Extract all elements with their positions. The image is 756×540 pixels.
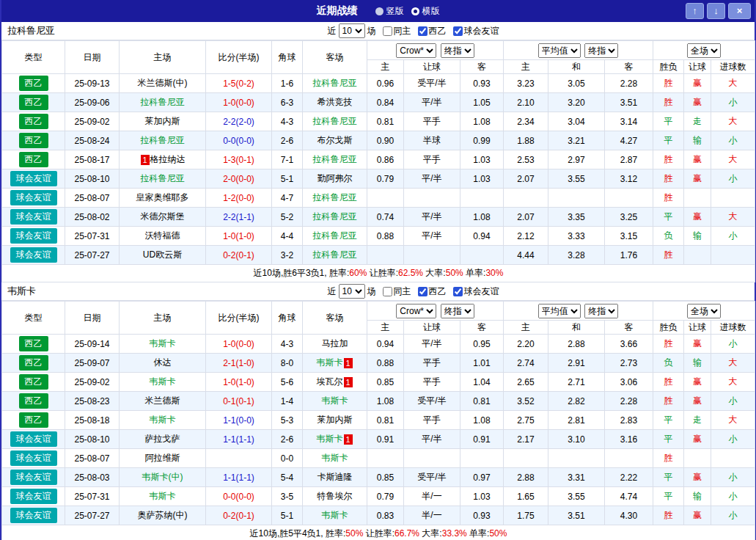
result-wdl: 胜 — [653, 335, 684, 354]
score-cell: 1-1(1-1) — [206, 468, 272, 487]
score-cell: 2-2(1-1) — [206, 208, 272, 227]
avg-away-odds: 3.06 — [605, 373, 653, 392]
match-date: 25-07-31 — [65, 227, 120, 246]
odds-provider-select[interactable]: Crow* — [396, 304, 436, 318]
handicap-away-odds: 1.08 — [460, 208, 504, 227]
full-half-score: 1-5(0-2) — [223, 79, 254, 89]
avg-away-odds: 2.83 — [605, 411, 653, 430]
avg-draw-odds: 3.10 — [548, 430, 605, 449]
handicap-home-odds: 1.08 — [367, 392, 404, 411]
sub-goals-header: 进球数 — [711, 60, 755, 74]
results-table: 类型 日期 主场 比分(半场) 角球 客场 Crow* 终指 平均值 终指 — [1, 40, 755, 282]
avg-away-odds — [605, 189, 653, 208]
home-team-name: 阿拉维斯 — [145, 453, 180, 463]
team-section: 拉科鲁尼亚 近 10 场 同主 西乙 球会友谊 类型 日期 主场 — [1, 22, 755, 282]
competition-badge: 球会友谊 — [10, 508, 57, 523]
summary-segment: 单率: — [463, 268, 486, 278]
avg-away-odds: 4.74 — [605, 487, 653, 506]
average-odds-group: 平均值 终指 — [504, 41, 653, 60]
handicap-away-odds: 1.08 — [460, 112, 504, 131]
scroll-up-button[interactable]: ↑ — [686, 3, 704, 19]
avg-away-odds: 2.22 — [605, 468, 653, 487]
avg-draw-odds: 2.71 — [548, 373, 605, 392]
same-home-option[interactable]: 同主 — [378, 285, 411, 298]
league-option[interactable]: 西乙 — [414, 25, 447, 37]
corner-score: 3-2 — [272, 246, 303, 265]
friendly-option[interactable]: 球会友谊 — [449, 285, 499, 298]
competition-cell: 球会友谊 — [2, 468, 65, 487]
fulltime-select[interactable]: 全场 — [687, 304, 721, 318]
avg-draw-odds: 2.81 — [548, 411, 605, 430]
away-team-name: 拉科鲁尼亚 — [313, 78, 357, 88]
league-option[interactable]: 西乙 — [414, 285, 447, 298]
match-date: 25-09-02 — [65, 112, 120, 131]
summary-segment: 近10场,胜6平3负1, 胜率: — [254, 268, 350, 278]
score-cell: 1-0(1-0) — [206, 227, 272, 246]
sub-wdl-header: 胜负 — [653, 321, 684, 335]
col-type-header: 类型 — [2, 41, 65, 74]
final-odds-select-2[interactable]: 终指 — [584, 304, 618, 318]
vertical-layout-radio[interactable]: 竖版 — [375, 5, 404, 18]
result-handicap: 赢 — [684, 468, 711, 487]
away-team: 特鲁埃尔 — [303, 487, 367, 506]
away-team-name: 埃瓦尔 — [317, 376, 343, 387]
average-select[interactable]: 平均值 — [538, 43, 581, 58]
match-date: 25-08-07 — [65, 189, 120, 208]
home-team: 阿拉维斯 — [120, 449, 206, 468]
sub-handicap-result-header: 让球 — [684, 60, 711, 74]
away-team: 韦斯卡 — [303, 506, 367, 525]
home-team-name: 拉科鲁尼亚 — [141, 173, 185, 183]
same-home-option[interactable]: 同主 — [378, 25, 411, 37]
corner-score: 5-1 — [272, 169, 303, 189]
avg-draw-odds: 3.21 — [548, 131, 605, 150]
final-odds-select[interactable]: 终指 — [441, 43, 474, 58]
col-away-header: 客场 — [303, 302, 367, 335]
away-team-name: 韦斯卡 — [317, 357, 343, 368]
result-handicap: 输 — [684, 227, 711, 246]
fulltime-select[interactable]: 全场 — [687, 43, 721, 58]
summary-segment: 50% — [446, 268, 463, 278]
same-home-checkbox[interactable] — [383, 26, 392, 36]
odds-provider-select[interactable]: Crow* — [396, 43, 436, 58]
match-row: 西乙25-08-23米兰德斯0-1(0-1)1-4韦斯卡1.08受平/半0.81… — [2, 392, 755, 411]
result-goals: 大 — [711, 150, 755, 169]
competition-badge: 球会友谊 — [10, 489, 57, 504]
corner-score: 4-4 — [272, 227, 303, 246]
final-odds-select[interactable]: 终指 — [441, 304, 474, 318]
score-cell: 1-1(0-0) — [206, 411, 272, 430]
competition-badge: 西乙 — [19, 412, 48, 428]
home-team-name: 沃特福德 — [145, 230, 180, 241]
league-checkbox[interactable] — [418, 287, 427, 296]
league-label: 西乙 — [429, 285, 447, 298]
friendly-checkbox[interactable] — [453, 287, 463, 296]
average-select[interactable]: 平均值 — [538, 304, 581, 318]
close-button[interactable]: × — [728, 3, 751, 19]
handicap-home-odds: 0.84 — [367, 93, 404, 112]
avg-home-odds: 2.65 — [504, 373, 548, 392]
league-checkbox[interactable] — [418, 26, 427, 36]
handicap-line: 平/半 — [404, 227, 460, 246]
score-cell: 2-1(1-0) — [206, 354, 272, 373]
match-count-select[interactable]: 10 — [339, 284, 365, 299]
near-label: 近 — [328, 25, 337, 37]
match-count-select[interactable]: 10 — [339, 23, 365, 38]
summary-segment: 50% — [345, 528, 363, 539]
result-goals: 小 — [711, 487, 755, 506]
match-date: 25-08-24 — [65, 131, 120, 150]
away-team: 韦斯卡 — [303, 449, 367, 468]
home-team-name: 萨拉戈萨 — [145, 434, 180, 444]
friendly-option[interactable]: 球会友谊 — [449, 25, 499, 37]
home-team: UD欧云斯 — [120, 246, 206, 265]
handicap-home-odds: 0.90 — [367, 131, 404, 150]
result-handicap: 赢 — [684, 373, 711, 392]
same-home-checkbox[interactable] — [383, 287, 392, 296]
scroll-down-button[interactable]: ↓ — [707, 3, 725, 19]
sub-avg-home-header: 主 — [504, 60, 548, 74]
result-handicap: 赢 — [684, 150, 711, 169]
horizontal-layout-radio[interactable]: 横版 — [411, 5, 440, 18]
handicap-line: 平手 — [404, 150, 460, 169]
same-home-label: 同主 — [394, 285, 411, 298]
final-odds-select-2[interactable]: 终指 — [584, 43, 618, 58]
home-team: 休达 — [120, 354, 206, 373]
friendly-checkbox[interactable] — [453, 26, 463, 36]
